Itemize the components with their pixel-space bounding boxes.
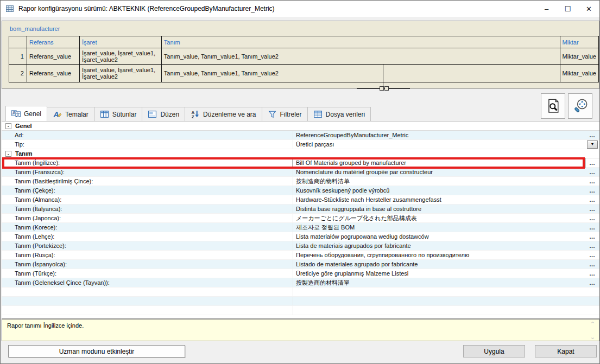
property-value[interactable]: Nomenclature du matériel groupée par con… [293, 168, 585, 176]
property-value[interactable]: Lista materiałów pogrupowana według dost… [293, 232, 585, 241]
editor-cell: … [585, 158, 599, 167]
empty-label [2, 306, 293, 315]
collapse-icon[interactable]: - [5, 123, 11, 129]
tab-dosya-verileri[interactable]: Dosya verileri [307, 107, 371, 121]
property-value[interactable]: メーカーごとにグループ化された部品構成表 [293, 214, 585, 222]
tab-s-tunlar[interactable]: Sütunlar [94, 107, 143, 121]
section-header-tan-m[interactable]: -Tanım [2, 149, 599, 158]
expert-mode-button[interactable]: Uzman modunu etkinleştir [8, 345, 185, 357]
property-row-tan-m-korece[interactable]: Tanım (Korece):제조자로 정렬된 BOM… [2, 223, 599, 232]
tab-genel[interactable]: A文Genel [5, 106, 47, 121]
property-value[interactable]: Lista de materiais agrupados por fabrica… [293, 241, 585, 250]
preview-column-header[interactable]: Miktar [560, 36, 598, 48]
property-row-tan-m-japonca[interactable]: Tanım (Japonca):メーカーごとにグループ化された部品構成表… [2, 214, 599, 223]
property-value[interactable]: Listado de materiales agrupado por fabri… [293, 260, 585, 269]
ellipsis-button[interactable]: … [589, 215, 596, 221]
tab-d-zenleme-ve-ara[interactable]: AZDüzenleme ve ara [185, 107, 262, 121]
ellipsis-button[interactable]: … [589, 243, 596, 248]
property-label: Tanım (Portekizce): [2, 241, 293, 250]
editor-cell: … [585, 232, 599, 241]
tab-label: Temalar [65, 111, 89, 118]
property-value[interactable]: 제조자로 정렬된 BOM [293, 223, 585, 232]
preview-cell: Miktar_value [560, 65, 598, 82]
ellipsis-button[interactable]: … [589, 178, 596, 184]
property-value[interactable]: Перечень оборудования, сгруппированного … [293, 251, 585, 259]
property-value[interactable]: Hardware-Stückliste nach Hersteller zusa… [293, 195, 585, 204]
minimize-icon[interactable]: – [536, 1, 557, 17]
property-row-tan-m-leh-e[interactable]: Tanım (Lehçe):Lista materiałów pogrupowa… [2, 232, 599, 241]
property-row-ad[interactable]: Ad:ReferenceGroupedByManufacturer_Metric… [2, 131, 599, 140]
preview-column-header[interactable]: İşaret [79, 36, 161, 48]
property-label: Tanım (İspanyolca): [2, 260, 293, 269]
property-row-tan-m-i-ngilizce[interactable]: Tanım (İngilizce):Bill Of Materials grou… [2, 158, 599, 168]
column-split-line [383, 64, 383, 86]
tab-label: Düzenleme ve ara [203, 111, 256, 118]
sort-az-icon: AZ [191, 110, 200, 119]
close-icon[interactable]: ✕ [578, 1, 599, 17]
apply-button[interactable]: Uygula [463, 345, 525, 357]
info-panel: Rapor tanımı İngilizce içinde. ⌃ ⌄ [2, 319, 599, 341]
ellipsis-button[interactable]: … [589, 280, 596, 285]
property-value[interactable]: Bill Of Materials grouped by manufacture… [293, 158, 585, 167]
tab-temalar[interactable]: ATemalar [47, 107, 94, 121]
property-value[interactable]: Üretici parçası [293, 140, 585, 149]
empty-editor [585, 297, 599, 305]
print-preview-button[interactable] [541, 93, 565, 119]
ellipsis-button[interactable]: … [589, 160, 596, 165]
property-label: Tanım (Geleneksel Çince (Tayvan)): [2, 278, 293, 287]
report-table-icon [5, 4, 14, 13]
ellipsis-button[interactable]: … [589, 132, 596, 138]
maximize-icon[interactable]: ☐ [557, 1, 578, 17]
property-value[interactable]: 按製造商的材料清單 [293, 278, 585, 287]
property-row-tan-m-i-spanyolca[interactable]: Tanım (İspanyolca):Listado de materiales… [2, 260, 599, 269]
collapse-icon[interactable]: - [5, 151, 11, 157]
preview-table[interactable]: ReferansİşaretTanımMiktar1Referans_value… [9, 36, 599, 82]
ellipsis-button[interactable]: … [589, 261, 596, 267]
empty-editor [585, 306, 599, 315]
tab-filtreler[interactable]: Filtreler [262, 107, 308, 121]
property-label: Tanım (Çekçe): [2, 186, 293, 195]
ellipsis-button[interactable]: … [589, 169, 596, 175]
property-value[interactable]: Kusovník seskupený podle výrobců [293, 186, 585, 195]
scroll-down-icon[interactable]: ⌄ [590, 335, 595, 339]
section-header-genel[interactable]: -Genel [2, 122, 599, 131]
editor-cell: … [585, 186, 599, 195]
empty-value [293, 306, 585, 315]
ellipsis-button[interactable]: … [589, 225, 596, 230]
property-row-tan-m-t-rk-e[interactable]: Tanım (Türkçe):Üreticiye göre gruplanmış… [2, 269, 599, 278]
property-row-tan-m-portekizce[interactable]: Tanım (Portekizce):Lista de materiais ag… [2, 241, 599, 251]
close-button[interactable]: Kapat [535, 345, 597, 357]
property-value[interactable]: Distinta base raggruppata in base al cos… [293, 205, 585, 213]
ellipsis-button[interactable]: … [589, 188, 596, 193]
property-row-tan-m-almanca[interactable]: Tanım (Almanca):Hardware-Stückliste nach… [2, 195, 599, 205]
tab-d-zen[interactable]: Düzen [142, 107, 185, 121]
property-row-tip[interactable]: Tip:Üretici parçası▼ [2, 140, 599, 149]
ellipsis-button[interactable]: … [589, 252, 596, 258]
property-row-tan-m-rus-a[interactable]: Tanım (Rusça):Перечень оборудования, сгр… [2, 251, 599, 260]
svg-text:A: A [53, 110, 59, 119]
preview-data-row: 1Referans_valueİşaret_value, İşaret_valu… [9, 48, 599, 65]
ellipsis-button[interactable]: … [589, 234, 596, 239]
property-row-tan-m-ek-e[interactable]: Tanım (Çekçe):Kusovník seskupený podle v… [2, 186, 599, 195]
column-drag-handle[interactable] [357, 86, 410, 91]
tab-label: Sütunlar [112, 111, 137, 118]
preview-column-header[interactable] [9, 36, 27, 48]
dropdown-arrow-icon[interactable]: ▼ [587, 141, 598, 149]
ellipsis-button[interactable]: … [589, 271, 596, 276]
section-title: Tanım [2, 149, 293, 158]
property-row-tan-m-geleneksel-ince-tayvan[interactable]: Tanım (Geleneksel Çince (Tayvan)):按製造商的材… [2, 278, 599, 288]
property-value[interactable]: Üreticiye göre gruplanmış Malzeme Listes… [293, 269, 585, 278]
property-value[interactable]: 按制造商的物料清单 [293, 177, 585, 186]
property-row-tan-m-frans-zca[interactable]: Tanım (Fransızca):Nomenclature du matéri… [2, 168, 599, 177]
property-row-tan-m-i-talyanca[interactable]: Tanım (İtalyanca):Distinta base raggrupp… [2, 205, 599, 214]
zoom-pan-button[interactable] [568, 93, 592, 119]
ellipsis-button[interactable]: … [589, 197, 596, 202]
preview-table-name: bom_manufacturer [10, 25, 60, 32]
editor-cell: … [585, 205, 599, 213]
preview-column-header[interactable]: Tanım [161, 36, 560, 48]
ellipsis-button[interactable]: … [589, 206, 596, 212]
preview-column-header[interactable]: Referans [27, 36, 79, 48]
scroll-up-icon[interactable]: ⌃ [590, 322, 595, 326]
property-value[interactable]: ReferenceGroupedByManufacturer_Metric [293, 131, 585, 139]
property-row-tan-m-basitle-tirilmi-ince[interactable]: Tanım (Basitleştirilmiş Çince):按制造商的物料清单… [2, 177, 599, 186]
